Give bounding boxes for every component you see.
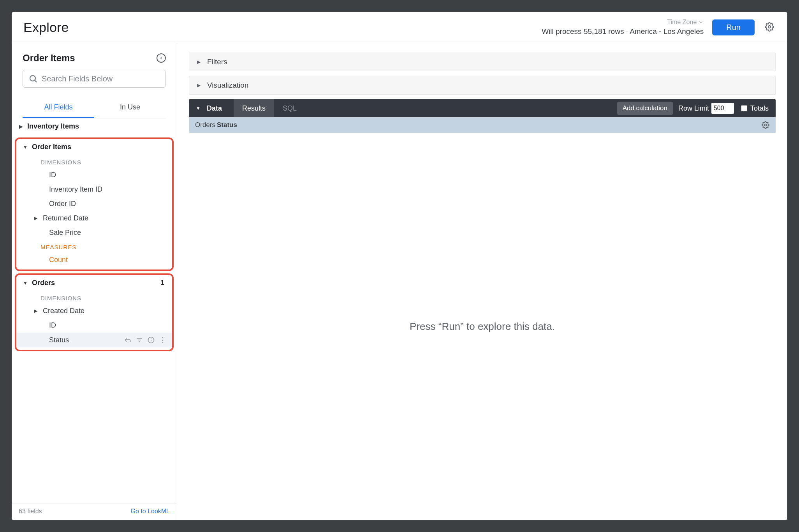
field-row-actions: ⋮: [124, 336, 168, 344]
field-order-items-id[interactable]: ID: [16, 168, 172, 182]
field-order-items-count[interactable]: Count: [16, 253, 172, 267]
empty-state: Press “Run” to explore this data.: [189, 133, 776, 520]
filters-panel-header[interactable]: ▶ Filters: [189, 53, 776, 71]
search-input[interactable]: [42, 74, 160, 83]
sidebar-top: Order Items All Fields In Use: [12, 43, 177, 118]
view-label: Orders: [32, 279, 55, 287]
dimensions-label: DIMENSIONS: [16, 291, 172, 304]
field-label: ID: [48, 171, 56, 179]
caret-right-icon: ▶: [197, 59, 202, 65]
view-label: Inventory Items: [27, 122, 79, 130]
collapse-sidebar-button[interactable]: [157, 53, 166, 63]
field-label: Sale Price: [48, 229, 81, 237]
totals-checkbox[interactable]: [741, 105, 747, 111]
field-order-items-inventory-item-id[interactable]: Inventory Item ID: [16, 182, 172, 197]
pivot-icon[interactable]: [124, 336, 132, 344]
tab-all-fields[interactable]: All Fields: [23, 98, 94, 118]
field-order-items-returned-date[interactable]: ▶ Returned Date: [16, 211, 172, 225]
filter-icon[interactable]: [136, 336, 143, 344]
settings-gear-button[interactable]: [763, 21, 776, 34]
kebab-icon[interactable]: ⋮: [159, 336, 168, 344]
view-inventory-items: ▶ Inventory Items: [12, 118, 177, 136]
visualization-panel-header[interactable]: ▶ Visualization: [189, 76, 776, 95]
svg-line-2: [35, 80, 37, 82]
search-box[interactable]: [23, 70, 166, 88]
explore-name: Order Items: [23, 53, 75, 63]
sidebar-footer: 63 fields Go to LookML: [12, 504, 177, 520]
page-title: Explore: [23, 20, 69, 35]
gear-icon: [765, 22, 774, 32]
highlight-orders: ▼ Orders 1 DIMENSIONS ▶ Created Date ID: [15, 273, 174, 351]
view-header-inventory-items[interactable]: ▶ Inventory Items: [12, 118, 177, 134]
field-order-items-order-id[interactable]: Order ID: [16, 197, 172, 211]
search-icon: [28, 74, 38, 83]
field-label: Inventory Item ID: [48, 185, 102, 194]
field-picker-tabs: All Fields In Use: [23, 98, 166, 118]
row-limit-input[interactable]: [711, 103, 734, 114]
app-window: Explore Time Zone Will process 55,181 ro…: [12, 12, 787, 520]
header-bar: Explore Time Zone Will process 55,181 ro…: [12, 12, 787, 43]
view-header-orders[interactable]: ▼ Orders 1: [16, 275, 172, 291]
field-picker-sidebar: Order Items All Fields In Use: [12, 43, 177, 520]
panel-title: Filters: [207, 58, 227, 66]
timezone-label-text: Time Zone: [667, 19, 697, 26]
column-gear-button[interactable]: [762, 121, 769, 129]
header-status: Time Zone Will process 55,181 rows · Ame…: [542, 19, 704, 36]
svg-point-1: [30, 76, 35, 81]
field-label: Status: [48, 336, 69, 344]
chevron-left-icon: [159, 56, 164, 60]
header-right: Time Zone Will process 55,181 rows · Ame…: [542, 19, 776, 36]
highlight-order-items: ▼ Order Items DIMENSIONS ID Inventory It…: [15, 137, 174, 271]
caret-down-icon[interactable]: ▼: [189, 106, 205, 111]
field-order-items-sale-price[interactable]: Sale Price: [16, 225, 172, 240]
dimensions-label: DIMENSIONS: [16, 155, 172, 168]
field-label: Returned Date: [41, 214, 88, 222]
row-limit-label: Row Limit: [678, 104, 709, 113]
status-text: Will process 55,181 rows · America - Los…: [542, 27, 704, 36]
run-button[interactable]: Run: [712, 19, 755, 35]
caret-down-icon: ▼: [22, 144, 29, 150]
column-field-name: Status: [217, 121, 237, 129]
caret-right-icon: ▶: [17, 124, 24, 129]
sidebar-title-row: Order Items: [23, 53, 166, 63]
field-tree[interactable]: ▶ Inventory Items ▼ Order Items DIMENSIO…: [12, 118, 177, 504]
field-orders-created-date[interactable]: ▶ Created Date: [16, 304, 172, 318]
go-to-lookml-link[interactable]: Go to LookML: [131, 508, 170, 515]
measures-label: MEASURES: [16, 240, 172, 253]
info-icon[interactable]: [147, 336, 155, 344]
svg-point-9: [765, 124, 767, 126]
field-label: Order ID: [48, 200, 76, 208]
timezone-picker[interactable]: Time Zone: [667, 19, 704, 26]
tab-sql[interactable]: SQL: [274, 99, 305, 117]
svg-point-8: [151, 338, 151, 339]
caret-right-icon: ▶: [33, 308, 39, 314]
body: Order Items All Fields In Use: [12, 43, 787, 520]
caret-right-icon: ▶: [33, 216, 39, 221]
field-label: Count: [48, 256, 68, 264]
data-bar-title: Data: [205, 99, 234, 117]
tab-in-use[interactable]: In Use: [94, 98, 166, 118]
totals-label: Totals: [750, 104, 769, 113]
view-header-order-items[interactable]: ▼ Order Items: [16, 139, 172, 155]
tab-results[interactable]: Results: [234, 99, 274, 117]
main-panel: ▶ Filters ▶ Visualization ▼ Data Results…: [177, 43, 787, 520]
view-selected-count: 1: [160, 279, 164, 287]
field-count: 63 fields: [19, 508, 42, 515]
chevron-down-icon: [698, 19, 704, 25]
field-label: ID: [48, 321, 56, 329]
empty-state-text: Press “Run” to explore this data.: [410, 321, 555, 333]
column-view-name: Orders: [195, 121, 215, 129]
data-column-header[interactable]: Orders Status: [189, 117, 776, 133]
caret-right-icon: ▶: [197, 83, 202, 88]
add-calculation-button[interactable]: Add calculation: [617, 102, 673, 115]
field-label: Created Date: [41, 307, 84, 315]
totals-toggle[interactable]: Totals: [741, 104, 769, 113]
panel-title: Visualization: [207, 81, 248, 90]
caret-down-icon: ▼: [22, 280, 29, 286]
field-orders-status[interactable]: Status ⋮: [16, 333, 172, 347]
field-orders-id[interactable]: ID: [16, 318, 172, 333]
data-bar: ▼ Data Results SQL Add calculation Row L…: [189, 99, 776, 117]
view-label: Order Items: [32, 143, 71, 151]
svg-point-0: [768, 26, 771, 28]
